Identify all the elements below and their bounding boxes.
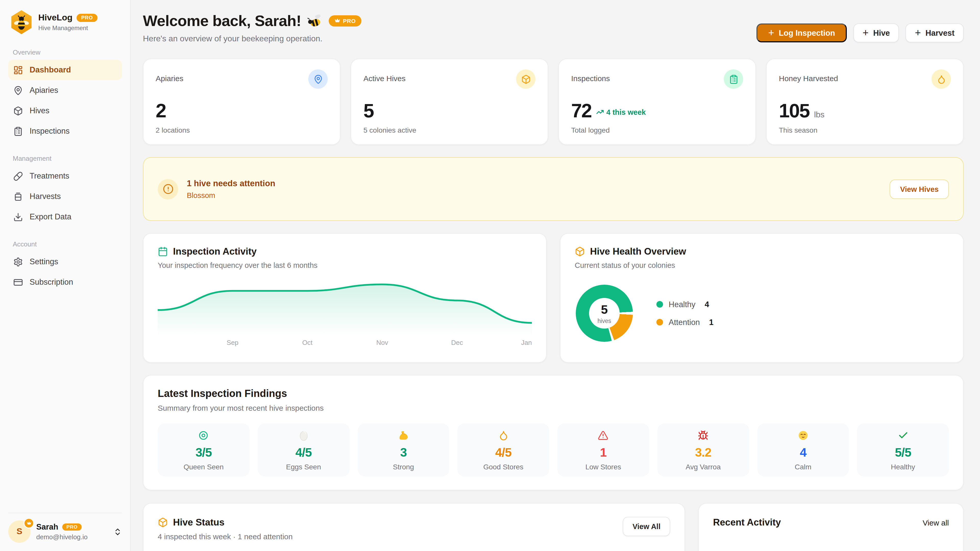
app-window: HiveLog PRO Hive Management Overview Das… <box>0 0 980 551</box>
section-label: Account <box>8 240 122 248</box>
finding-tile-healthy: 5/5 Healthy <box>857 424 949 476</box>
recent-activity-card: Recent Activity View all <box>698 503 964 551</box>
tile-value: 5/5 <box>895 445 911 459</box>
clipboard-icon <box>724 69 743 89</box>
sidebar-item-label: Harvests <box>30 192 61 201</box>
stat-value: 2 <box>156 100 166 122</box>
sidebar-item-hives[interactable]: Hives <box>8 100 122 121</box>
page-header: Welcome back, Sarah! <box>143 12 964 43</box>
gear-icon <box>13 257 23 267</box>
user-email: demo@hivelog.io <box>36 533 88 541</box>
tile-value: 1 <box>600 445 607 459</box>
legend-item-attention: Attention 1 <box>656 318 714 327</box>
sidebar-item-inspections[interactable]: Inspections <box>8 121 122 141</box>
hive-status-subtitle: 4 inspected this week · 1 need attention <box>158 532 293 541</box>
pill-icon <box>13 171 23 181</box>
attention-dot-icon <box>656 319 663 326</box>
stat-sub: Total logged <box>571 126 743 134</box>
sidebar-section-overview: Overview Dashboard Apiaries Hives <box>8 48 122 141</box>
user-pro-badge: PRO <box>62 524 82 531</box>
credit-card-icon <box>13 277 23 287</box>
donut-unit: hives <box>597 318 611 324</box>
egg-icon <box>299 429 307 441</box>
hive-box-icon <box>516 69 535 89</box>
sidebar-item-label: Treatments <box>30 171 69 181</box>
sidebar-item-label: Inspections <box>30 127 70 136</box>
x-tick: Oct <box>302 339 312 346</box>
stat-label: Inspections <box>571 69 610 83</box>
hive-health-card: Hive Health Overview Current status of y… <box>560 233 964 363</box>
stat-value: 5 <box>363 100 374 122</box>
tile-label: Healthy <box>891 462 915 471</box>
honey-droplet-icon <box>498 429 509 441</box>
crown-badge-icon <box>24 518 34 529</box>
pro-badge: PRO <box>76 14 97 22</box>
eye-icon <box>198 429 209 441</box>
section-label: Management <box>8 155 122 162</box>
stat-value: 72 <box>571 100 592 122</box>
plus-icon: + <box>915 27 921 38</box>
avatar: S <box>8 520 30 543</box>
main-content: Welcome back, Sarah! <box>130 0 980 551</box>
finding-tile-strong: 3 Strong <box>358 424 449 476</box>
sidebar-item-settings[interactable]: Settings <box>8 251 122 272</box>
sidebar-item-apiaries[interactable]: Apiaries <box>8 80 122 100</box>
stat-card-apiaries: Apiaries 2 2 locations <box>143 59 340 145</box>
stat-cards: Apiaries 2 2 locations Active Hives <box>143 59 964 145</box>
clipboard-icon <box>13 126 23 136</box>
user-name: Sarah <box>36 522 58 532</box>
tile-value: 4 <box>800 445 807 459</box>
tile-value: 3 <box>400 445 407 459</box>
hive-box-icon <box>13 106 23 116</box>
stat-card-active-hives: Active Hives 5 5 colonies active <box>351 59 548 145</box>
stat-value: 105 <box>779 100 810 122</box>
donut-legend: Healthy 4 Attention 1 <box>656 300 714 327</box>
stat-unit: lbs <box>814 110 824 119</box>
sidebar-item-treatments[interactable]: Treatments <box>8 166 122 186</box>
map-pin-icon <box>13 86 23 95</box>
finding-tile-calm: 4 Calm <box>757 424 849 476</box>
sidebar-item-label: Hives <box>30 106 49 115</box>
finding-tile-avg-varroa: 3.2 Avg Varroa <box>657 424 749 476</box>
add-harvest-button[interactable]: + Harvest <box>906 24 964 42</box>
sidebar-item-dashboard[interactable]: Dashboard <box>8 60 122 80</box>
trending-up-icon <box>596 108 604 116</box>
avatar-initial: S <box>17 527 22 537</box>
view-all-button[interactable]: View All <box>623 517 670 536</box>
tile-label: Strong <box>393 462 414 471</box>
alert-hive-name: Blossom <box>187 191 275 200</box>
log-inspection-button[interactable]: + Log Inspection <box>756 24 847 42</box>
x-tick: Nov <box>376 339 388 346</box>
check-icon <box>897 429 908 441</box>
plus-icon: + <box>862 27 869 38</box>
inspection-activity-card: Inspection Activity Your inspection freq… <box>143 233 547 363</box>
view-all-link[interactable]: View all <box>923 518 949 527</box>
crown-icon <box>334 18 340 24</box>
flexed-biceps-icon <box>398 429 409 441</box>
tile-label: Avg Varroa <box>686 462 721 471</box>
findings-title: Latest Inspection Findings <box>158 388 949 400</box>
finding-tile-good-stores: 4/5 Good Stores <box>458 424 549 476</box>
tile-value: 3.2 <box>695 445 711 459</box>
stat-card-inspections: Inspections 72 4 this week Total logged <box>558 59 756 145</box>
warning-triangle-icon <box>598 429 609 441</box>
bottom-row: Hive Status 4 inspected this week · 1 ne… <box>143 503 964 551</box>
hive-health-donut-chart: 5 hives <box>576 285 633 342</box>
download-icon <box>13 212 23 222</box>
sidebar-item-label: Export Data <box>30 212 72 221</box>
view-hives-button[interactable]: View Hives <box>890 179 949 199</box>
sidebar-item-export-data[interactable]: Export Data <box>8 206 122 227</box>
tile-label: Queen Seen <box>183 462 224 471</box>
tile-value: 4/5 <box>295 445 312 459</box>
x-tick: Dec <box>451 339 463 346</box>
plus-icon: + <box>768 27 774 38</box>
chevrons-up-down-icon[interactable] <box>113 527 122 536</box>
findings-tiles: 3/5 Queen Seen 4/5 Eggs Seen 3 Strong <box>158 424 949 476</box>
sidebar-item-subscription[interactable]: Subscription <box>8 272 122 292</box>
sidebar-item-harvests[interactable]: Harvests <box>8 186 122 206</box>
card-subtitle: Current status of your colonies <box>575 261 949 269</box>
user-menu[interactable]: S Sarah PRO demo@hivelog.io <box>8 513 122 543</box>
card-title: Hive Health Overview <box>590 246 686 257</box>
add-hive-button[interactable]: + Hive <box>853 24 899 42</box>
sidebar-item-label: Apiaries <box>30 86 58 95</box>
